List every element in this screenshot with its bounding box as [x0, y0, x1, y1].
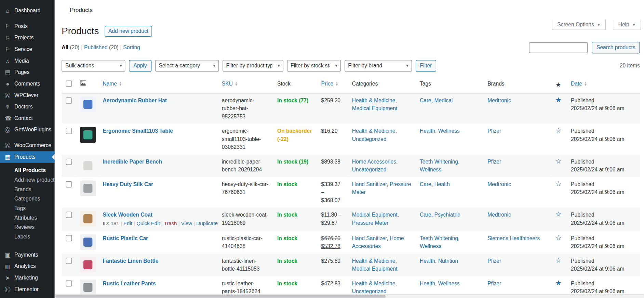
tag-link[interactable]: Care	[420, 212, 431, 218]
product-thumbnail[interactable]	[80, 211, 96, 227]
row-action-duplicate[interactable]: Duplicate	[196, 221, 218, 226]
tag-link[interactable]: Health	[420, 258, 435, 264]
scrollbar-thumb[interactable]	[55, 295, 386, 298]
tag-link[interactable]: Care	[420, 181, 431, 187]
tag-link[interactable]: Wellness	[438, 280, 460, 286]
category-link[interactable]: Medical Equipment	[352, 105, 398, 112]
sidebar-item-media[interactable]: ♫Media	[0, 55, 55, 67]
product-name-link[interactable]: Aerodynamic Rubber Hat	[103, 98, 166, 104]
sidebar-item-wpclever[interactable]: ⓌWPClever	[0, 90, 55, 101]
sidebar-item-posts[interactable]: ⚐Posts	[0, 21, 55, 32]
row-action-edit[interactable]: Edit	[123, 221, 132, 226]
select-all-checkbox[interactable]	[66, 80, 72, 87]
add-new-product-button[interactable]: Add new product	[105, 26, 152, 37]
sidebar-subitem-attributes[interactable]: Attributes	[0, 213, 55, 222]
sidebar-item-analytics[interactable]: ▥Analytics	[0, 261, 55, 272]
row-checkbox[interactable]	[66, 128, 72, 134]
brand-link[interactable]: Medtronic	[487, 98, 511, 104]
sidebar-item-dashboard[interactable]: ⌂Dashboard	[0, 5, 55, 16]
sidebar-item-service[interactable]: ⚐Service	[0, 43, 55, 55]
product-thumbnail[interactable]	[80, 96, 96, 112]
sidebar-item-projects[interactable]: ⚐Projects	[0, 32, 55, 44]
product-name-link[interactable]: Fantastic Linen Bottle	[103, 258, 158, 264]
brand-link[interactable]: Pfizer	[487, 280, 501, 286]
sidebar-item-getwooplugins[interactable]: ⒼGetWooPlugins	[0, 124, 55, 136]
sidebar-subitem-add-new-product[interactable]: Add new product	[0, 175, 55, 185]
brand-link[interactable]: Siemens Healthineers	[487, 235, 540, 241]
row-checkbox[interactable]	[66, 181, 72, 187]
category-filter-select[interactable]: Select a category	[155, 60, 219, 72]
sidebar-item-products[interactable]: ▦Products	[0, 151, 55, 163]
sidebar-item-elementor[interactable]: ⒺElementor	[0, 284, 55, 295]
apply-button[interactable]: Apply	[129, 60, 151, 72]
product-name-link[interactable]: Rustic Plastic Car	[103, 235, 148, 241]
row-checkbox[interactable]	[66, 280, 72, 286]
horizontal-scrollbar[interactable]	[55, 294, 644, 298]
featured-star-outline-icon[interactable]: ☆	[555, 127, 561, 135]
product-thumbnail[interactable]	[80, 158, 96, 173]
category-link[interactable]: Uncategorized	[352, 167, 387, 173]
sidebar-item-marketing[interactable]: ➤Marketing	[0, 272, 55, 284]
category-link[interactable]: Health & Medicine	[352, 128, 395, 134]
column-header-name-link[interactable]: Name▲▼	[103, 80, 122, 87]
column-header-sku-link[interactable]: SKU▲▼	[222, 80, 238, 87]
brand-filter-select[interactable]: Filter by brand	[344, 60, 412, 72]
view-published[interactable]: Published (20)	[84, 44, 119, 51]
row-action-view[interactable]: View	[181, 221, 192, 226]
tag-link[interactable]: Health	[434, 181, 450, 187]
brand-link[interactable]: Medtronic	[487, 181, 511, 187]
sidebar-subitem-tags[interactable]: Tags	[0, 204, 55, 213]
sidebar-item-pages[interactable]: ▤Pages	[0, 67, 55, 78]
featured-star-outline-icon[interactable]: ☆	[555, 157, 561, 165]
tag-link[interactable]: Medical	[434, 98, 453, 104]
category-link[interactable]: Uncategorized	[352, 288, 387, 294]
sidebar-subitem-categories[interactable]: Categories	[0, 194, 55, 204]
featured-star-filled-icon[interactable]: ★	[555, 96, 561, 104]
tag-link[interactable]: Care	[420, 98, 431, 104]
tag-link[interactable]: Wellness	[438, 128, 460, 134]
category-link[interactable]: Hand Sanitizer	[352, 181, 387, 187]
product-name-link[interactable]: Sleek Wooden Coat	[103, 212, 152, 218]
featured-star-outline-icon[interactable]: ☆	[555, 256, 561, 264]
sidebar-subitem-labels[interactable]: Labels	[0, 232, 55, 242]
tag-link[interactable]: Nutrition	[438, 258, 458, 264]
sidebar-subitem-reviews[interactable]: Reviews	[0, 222, 55, 232]
column-header-date-link[interactable]: Date▲▼	[571, 80, 587, 87]
category-link[interactable]: Pressure Meter	[352, 220, 389, 226]
column-header-price-link[interactable]: Price▲▼	[321, 80, 338, 87]
filter-button[interactable]: Filter	[415, 60, 436, 72]
product-name-link[interactable]: Heavy Duty Silk Car	[103, 181, 153, 187]
category-link[interactable]: Medical Equipment	[352, 265, 398, 272]
brand-link[interactable]: Pfizer	[487, 258, 501, 264]
product-thumbnail[interactable]	[80, 280, 96, 295]
sidebar-subitem-brands[interactable]: Brands	[0, 184, 55, 194]
tag-link[interactable]: Teeth Whitening	[420, 159, 458, 165]
category-link[interactable]: Hand Sanitizer	[352, 235, 387, 241]
sidebar-item-woocommerce[interactable]: ⓌWooCommerce	[0, 140, 55, 152]
row-checkbox[interactable]	[66, 258, 72, 264]
brand-link[interactable]: Medtronic	[487, 212, 511, 218]
sidebar-item-payments[interactable]: ▣Payments	[0, 249, 55, 261]
category-link[interactable]: Uncategorized	[352, 136, 387, 142]
tag-link[interactable]: Health	[420, 128, 435, 134]
product-name-link[interactable]: Incredible Paper Bench	[103, 159, 162, 165]
search-input[interactable]	[529, 42, 588, 53]
view-all[interactable]: All (20)	[62, 44, 79, 51]
tag-link[interactable]: Health	[420, 280, 435, 286]
row-checkbox[interactable]	[66, 235, 72, 241]
row-checkbox[interactable]	[66, 159, 72, 165]
featured-star-outline-icon[interactable]: ☆	[555, 234, 561, 242]
product-thumbnail[interactable]	[80, 257, 96, 273]
featured-star-outline-icon[interactable]: ☆	[555, 211, 561, 219]
row-checkbox[interactable]	[66, 212, 72, 218]
screen-options-button[interactable]: Screen Options ▼	[552, 20, 606, 30]
tag-link[interactable]: Wellness	[420, 167, 441, 173]
category-link[interactable]: Home Accessories	[352, 159, 396, 165]
help-button[interactable]: Help ▼	[613, 20, 641, 30]
brand-link[interactable]: Pfizer	[487, 159, 501, 165]
search-products-button[interactable]: Search products	[592, 42, 640, 53]
product-name-link[interactable]: Rustic Leather Pants	[103, 280, 156, 286]
sidebar-item-contact[interactable]: ☎Contact	[0, 113, 55, 124]
tag-link[interactable]: Teeth Whitening	[420, 235, 458, 241]
row-action-trash[interactable]: Trash	[164, 221, 177, 226]
